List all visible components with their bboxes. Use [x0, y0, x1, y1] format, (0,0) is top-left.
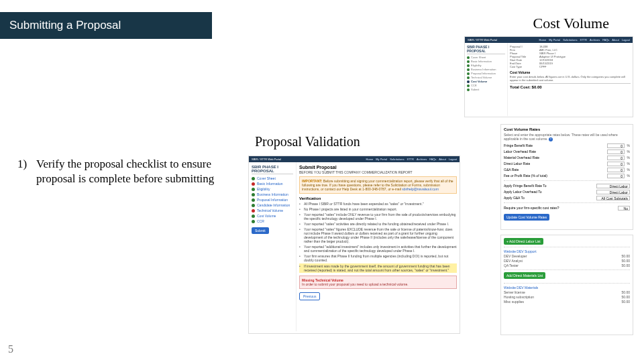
status-dot-icon	[252, 209, 255, 213]
nav-link[interactable]: Archives	[417, 158, 427, 161]
rate-input[interactable]: 0	[607, 168, 625, 172]
rate-label: Direct Labor Rate	[504, 162, 607, 166]
slide-header: Submitting a Proposal	[0, 12, 212, 39]
rate-input[interactable]: 0	[607, 162, 625, 166]
sidebar-item[interactable]: Eligibility	[467, 64, 505, 67]
sidebar-item[interactable]: Business Information	[467, 68, 505, 71]
sidebar-item-label: Business Information	[257, 192, 288, 196]
alert-email-link[interactable]: sbirhelp@navalsoul.com	[402, 187, 439, 191]
labor-line-name: QA Tester	[504, 263, 621, 267]
nav-link[interactable]: FAQs	[429, 158, 436, 161]
help-icon[interactable]: ?	[549, 137, 553, 141]
sidebar-item[interactable]: Candidate Information	[252, 203, 293, 207]
status-dot-icon	[252, 198, 255, 202]
rate-apply-select[interactable]: All Cost Subtotals	[596, 196, 630, 200]
status-dot-icon	[467, 68, 470, 71]
status-dot-icon	[467, 60, 470, 63]
nav-link[interactable]: My Portal	[549, 38, 560, 42]
percent-sign: %	[625, 168, 630, 172]
add-direct-labor-button[interactable]: + Add Direct Labor List	[504, 238, 543, 245]
nav-link[interactable]: Home	[366, 158, 374, 161]
rate-input[interactable]: 0	[607, 143, 625, 148]
nav-link[interactable]: Home	[539, 38, 547, 42]
total-label: Total Cost:	[510, 85, 531, 89]
verification-bullet: All Phase I SBIR or STTR funds have been…	[299, 202, 457, 206]
percent-sign: %	[625, 174, 630, 178]
nav-link[interactable]: Solicitations	[563, 38, 577, 42]
submit-proposal-subtitle: BEFORE YOU SUBMIT THIS COMPANY COMMERCIA…	[299, 170, 457, 174]
sidebar-item[interactable]: Proposal Information	[252, 198, 293, 202]
rate-input[interactable]: 0	[607, 149, 625, 154]
sidebar-item[interactable]: Eligibility	[252, 187, 293, 191]
nav-links: Home My Portal Solicitations STTR Archiv…	[366, 158, 457, 161]
labor-line-amount: 50.00	[621, 254, 630, 258]
total-value: $0.00	[532, 85, 542, 89]
sidebar-item-label: Candidate Information	[257, 203, 290, 207]
brand: SBIR / STTR Web Portal	[252, 158, 281, 161]
status-dot-icon	[252, 182, 255, 186]
submit-proposal-title: Submit Proposal	[299, 165, 457, 170]
screenshot-cost-volume-rates: Cost Volume Rates Select and enter the a…	[500, 124, 633, 230]
sidebar-item[interactable]: Basic Information	[467, 60, 505, 63]
status-dot-icon	[252, 177, 255, 180]
sidebar-item[interactable]: Submit	[467, 88, 505, 91]
rate-apply-label: Apply Labor Overhead To	[504, 190, 596, 194]
rate-apply-select[interactable]: Direct Labor	[596, 190, 630, 194]
nav-link[interactable]: My Portal	[376, 158, 387, 161]
brand: SBIR / STTR Web Portal	[468, 38, 497, 42]
rate-input[interactable]: 0	[607, 156, 625, 160]
sidebar-item-label: Proposal Information	[471, 72, 496, 75]
rate-rule-select[interactable]: No	[618, 206, 630, 210]
labor-line-amount: 50.00	[621, 290, 630, 294]
rate-label: Fee or Profit Rate (% of total)	[504, 174, 607, 178]
sidebar-item[interactable]: Technical Volume	[252, 208, 293, 213]
verification-bullet: Your reported "sales" figures EXCLUDE re…	[299, 227, 457, 243]
sidebar-item-label: CCR	[471, 84, 477, 87]
status-dot-icon	[252, 215, 255, 218]
sidebar-item[interactable]: Basic Information	[252, 182, 293, 186]
nav-link[interactable]: Logout	[449, 158, 457, 161]
rate-input[interactable]: 0	[607, 174, 625, 178]
list-text: Verify the proposal checklist to ensure …	[36, 157, 232, 186]
sidebar-item-cost-volume[interactable]: Cost Volume	[467, 80, 505, 83]
nav-link[interactable]: Solicitations	[390, 158, 404, 161]
submit-button[interactable]: Submit	[252, 227, 269, 234]
percent-sign: %	[625, 156, 630, 160]
sidebar-item[interactable]: CCR	[467, 84, 505, 87]
sidebar-item[interactable]: Cover Sheet	[252, 176, 293, 180]
nav-link[interactable]: STTR	[407, 158, 414, 161]
sidebar-item[interactable]: Business Information	[252, 192, 293, 196]
rate-label: Labor Overhead Rate	[504, 149, 607, 154]
add-direct-materials-button[interactable]: Add Direct Materials List	[504, 272, 545, 279]
sidebar-item[interactable]: CCR	[252, 219, 293, 223]
nav-link[interactable]: Logout	[622, 38, 630, 42]
nav-link[interactable]: Archives	[590, 38, 600, 42]
sidebar-item[interactable]: Technical Volume	[467, 76, 505, 79]
verification-bullet: No Phase I projects are listed in your c…	[299, 207, 457, 211]
nav-link[interactable]: FAQs	[602, 38, 609, 42]
nav-link[interactable]: STTR	[580, 38, 587, 42]
rate-apply-select[interactable]: Direct Labor	[596, 184, 630, 188]
rates-subtitle-text: Select and enter the appropriate rates b…	[504, 133, 618, 141]
labor-group-name[interactable]: Website DEV Support	[504, 249, 630, 253]
cost-volume-title: Cost Volume	[510, 70, 631, 74]
nav-link[interactable]: About	[612, 38, 619, 42]
sidebar-item[interactable]: Cost Volume	[252, 214, 293, 218]
navbar: SBIR / STTR Web Portal Home My Portal So…	[249, 156, 460, 162]
verification-bullet: Your reported "sales" activities are dir…	[299, 222, 457, 226]
previous-button[interactable]: Previous	[299, 292, 320, 300]
labor-line-name: DEV Analyst	[504, 259, 621, 263]
sidebar-item[interactable]: Proposal Information	[467, 72, 505, 75]
navbar: SBIR / STTR Web Portal Home My Portal So…	[465, 37, 633, 43]
verification-bullet: Your firm ensures that Phase II funding …	[299, 254, 457, 262]
labor-group-name[interactable]: Website DEV Materials	[504, 286, 630, 290]
rate-apply-label: Apply Fringe Benefit Rate To	[504, 184, 596, 188]
status-dot-icon	[467, 56, 470, 59]
title-cost-volume: Cost Volume	[533, 15, 610, 32]
status-dot-icon	[252, 193, 255, 196]
update-rates-button[interactable]: Update Cost Volume Rates	[504, 214, 549, 221]
cost-volume-subtitle: Enter your cost details below. All figur…	[510, 75, 631, 82]
nav-link[interactable]: About	[439, 158, 445, 161]
status-dot-icon	[252, 188, 255, 191]
sidebar-item[interactable]: Cover Sheet	[467, 56, 505, 59]
